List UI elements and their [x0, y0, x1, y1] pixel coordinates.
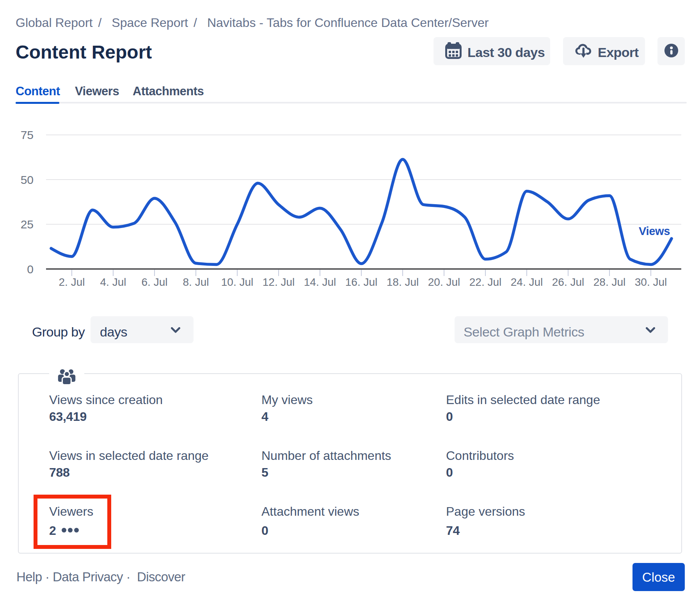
svg-text:Views: Views: [639, 225, 670, 237]
svg-text:12. Jul: 12. Jul: [263, 276, 295, 288]
svg-text:4. Jul: 4. Jul: [100, 276, 126, 288]
svg-text:6. Jul: 6. Jul: [142, 276, 168, 288]
svg-text:28. Jul: 28. Jul: [593, 276, 626, 288]
svg-text:30. Jul: 30. Jul: [635, 276, 667, 288]
svg-text:24. Jul: 24. Jul: [511, 276, 543, 288]
svg-text:10. Jul: 10. Jul: [221, 276, 254, 288]
svg-text:75: 75: [21, 128, 34, 141]
svg-text:16. Jul: 16. Jul: [345, 276, 378, 288]
svg-text:26. Jul: 26. Jul: [552, 276, 585, 288]
svg-text:20. Jul: 20. Jul: [428, 276, 460, 288]
svg-text:2. Jul: 2. Jul: [59, 276, 85, 288]
svg-text:14. Jul: 14. Jul: [304, 276, 336, 288]
svg-text:8. Jul: 8. Jul: [183, 276, 209, 288]
svg-text:50: 50: [21, 173, 34, 186]
svg-text:18. Jul: 18. Jul: [387, 276, 419, 288]
svg-text:0: 0: [27, 263, 34, 276]
svg-text:25: 25: [21, 218, 34, 231]
svg-text:22. Jul: 22. Jul: [469, 276, 502, 288]
